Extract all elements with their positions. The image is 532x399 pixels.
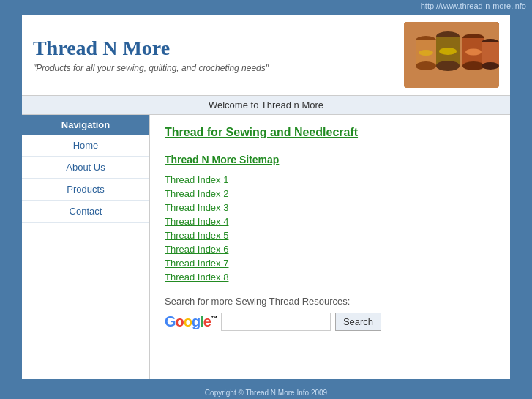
welcome-bar: Welcome to Thread n More [22,96,510,115]
sitemap-heading: Thread N More Sitemap [165,154,495,165]
svg-point-3 [416,61,436,70]
svg-point-8 [439,48,457,55]
search-button[interactable]: Search [335,313,381,331]
footer-bar: Copyright © Thread N More Info 2009 [0,386,532,399]
site-url: http://www.thread-n-more.info [421,1,526,10]
header-left: Thread N More "Products for all your sew… [33,37,269,73]
sitemap-link-5[interactable]: Thread Index 5 [165,230,495,241]
footer-copyright: Copyright © Thread N More Info 2009 [205,389,327,397]
sitemap-link-7[interactable]: Thread Index 7 [165,258,495,269]
sitemap-link-3[interactable]: Thread Index 3 [165,202,495,213]
sitemap-link-2[interactable]: Thread Index 2 [165,188,495,199]
sitemap-link-4[interactable]: Thread Index 4 [165,216,495,227]
sitemap-link-6[interactable]: Thread Index 6 [165,244,495,255]
svg-point-12 [465,49,482,56]
sidebar-item-about[interactable]: About Us [22,157,149,179]
google-tm: ™ [211,315,217,322]
svg-point-11 [462,61,484,70]
sidebar-item-products[interactable]: Products [22,179,149,201]
sitemap-links: Thread Index 1Thread Index 2Thread Index… [165,174,495,283]
content-area: Thread for Sewing and Needlecraft Thread… [150,115,510,379]
outer-wrapper: Thread N More "Products for all your sew… [0,12,532,386]
spools-image [404,22,499,88]
nav-header: Navigation [22,115,149,135]
sidebar-item-contact[interactable]: Contact [22,201,149,223]
site-title: Thread N More [33,37,269,60]
google-logo: Google™ [165,313,217,330]
page-heading: Thread for Sewing and Needlecraft [165,126,495,139]
svg-point-15 [482,62,499,70]
search-section: Search for more Sewing Thread Resources:… [165,296,495,331]
header-image [404,22,499,88]
search-input[interactable] [221,313,331,331]
sidebar: Navigation Home About Us Products Contac… [22,115,150,379]
svg-point-7 [436,61,460,71]
main-content-wrapper: Navigation Home About Us Products Contac… [22,115,510,379]
top-bar: http://www.thread-n-more.info [0,0,532,12]
site-header: Thread N More "Products for all your sew… [22,15,510,96]
svg-point-4 [419,50,433,56]
sitemap-link-8[interactable]: Thread Index 8 [165,272,495,283]
sidebar-item-home[interactable]: Home [22,135,149,157]
search-label: Search for more Sewing Thread Resources: [165,296,495,307]
site-tagline: "Products for all your sewing, quilting,… [33,63,269,73]
welcome-text: Welcome to Thread n More [209,100,323,111]
search-row: Google™ Search [165,313,495,331]
sitemap-link-1[interactable]: Thread Index 1 [165,174,495,185]
